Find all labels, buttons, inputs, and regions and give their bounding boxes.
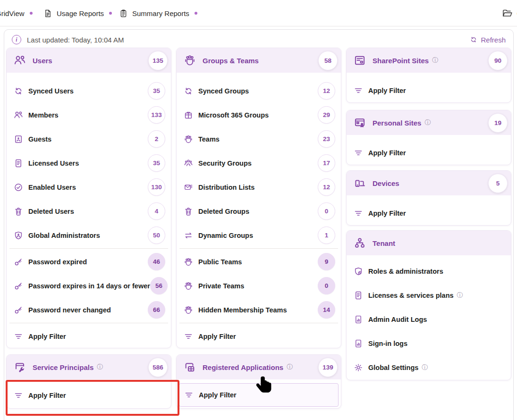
item-members[interactable]: Members 133 <box>7 103 171 127</box>
apply-filter-devices[interactable]: Apply Filter <box>347 201 511 225</box>
box-icon <box>184 110 193 120</box>
filter-icon <box>14 332 23 341</box>
item-label: Deleted Users <box>28 208 74 215</box>
card-header-sharepoint-sites[interactable]: SharePoint Sites ⓘ 90 <box>347 48 511 73</box>
count-badge: 50 <box>148 227 165 244</box>
count-badge: 66 <box>148 301 165 319</box>
count-badge: 4 <box>148 202 165 220</box>
tab-label: GridView <box>0 9 25 17</box>
item-global-administrators[interactable]: Global Administrators 50 <box>7 223 171 247</box>
card-groups-teams: Groups & Teams 58 Synced Groups 12 Micro… <box>176 48 341 348</box>
item-distribution-lists[interactable]: Distribution Lists 12 <box>177 175 341 199</box>
dashboard-container: i Last updated: Today, 10:04 AM Refresh … <box>4 29 514 420</box>
check-circle-icon <box>14 183 23 192</box>
item-licenses-services-plans[interactable]: Licenses & services plans ⓘ <box>347 283 511 307</box>
info-icon[interactable]: ⓘ <box>457 291 463 300</box>
item-teams[interactable]: Teams 23 <box>177 127 341 151</box>
info-icon[interactable]: ⓘ <box>424 118 431 127</box>
filter-icon <box>184 332 193 341</box>
item-global-settings[interactable]: Global Settings ⓘ <box>347 355 511 379</box>
tenant-icon <box>354 237 366 249</box>
sync-icon <box>14 86 23 96</box>
card-devices: Devices 5 Apply Filter <box>346 170 511 226</box>
item-dynamic-groups[interactable]: Dynamic Groups 1 <box>177 223 341 247</box>
count-badge: 9 <box>318 253 335 270</box>
item-roles-administrators[interactable]: Roles & administrators <box>347 259 511 283</box>
filter-icon <box>14 391 23 400</box>
item-security-groups[interactable]: Security Groups 17 <box>177 151 341 175</box>
count-badge: 2 <box>148 130 165 148</box>
item-private-teams[interactable]: Private Teams 0 <box>177 274 341 298</box>
count-badge: 0 <box>318 202 335 220</box>
item-enabled-users[interactable]: Enabled Users 130 <box>7 175 171 199</box>
item-sign-in-logs[interactable]: Sign-in logs <box>347 331 511 355</box>
item-guests[interactable]: Guests 2 <box>7 127 171 151</box>
count-badge: 139 <box>318 358 338 377</box>
card-title: Personal Sites <box>373 119 421 127</box>
tab-overflow[interactable]: C <box>502 0 517 26</box>
doc-chart-icon <box>354 339 363 348</box>
sharepoint-sites-icon <box>354 54 366 67</box>
groups-teams-icon <box>184 54 196 67</box>
item-hidden-membership-teams[interactable]: Hidden Membership Teams 14 <box>177 298 341 322</box>
refresh-label: Refresh <box>481 36 506 44</box>
card-header-personal-sites[interactable]: Personal Sites ⓘ 19 <box>347 110 511 135</box>
card-header-groups-teams[interactable]: Groups & Teams 58 <box>177 48 341 73</box>
item-password-never-changed[interactable]: Password never changed 66 <box>7 298 171 322</box>
item-synced-users[interactable]: Synced Users 35 <box>7 79 171 103</box>
users-icon <box>14 54 26 67</box>
filter-icon <box>354 148 363 158</box>
count-badge: 90 <box>488 51 508 70</box>
info-icon[interactable]: ⓘ <box>97 363 103 371</box>
info-icon[interactable]: ⓘ <box>432 56 438 65</box>
item-password-expired[interactable]: Password expired 46 <box>7 250 171 274</box>
refresh-button[interactable]: Refresh <box>470 36 506 44</box>
key-icon <box>14 305 23 315</box>
apply-filter-groups[interactable]: Apply Filter <box>177 324 341 348</box>
clipboard-icon <box>119 9 128 18</box>
count-badge: 35 <box>148 82 165 100</box>
item-public-teams[interactable]: Public Teams 9 <box>177 250 341 274</box>
card-header-tenant[interactable]: Tenant <box>347 231 511 255</box>
apply-filter-label: Apply Filter <box>368 149 406 157</box>
tab-gridview[interactable]: GridView <box>0 0 33 26</box>
item-label: Distribution Lists <box>198 184 254 191</box>
item-label: Global Settings <box>368 364 418 371</box>
item-synced-groups[interactable]: Synced Groups 12 <box>177 79 341 103</box>
info-icon[interactable]: ⓘ <box>287 363 293 371</box>
card-body: Synced Users 35 Members 133 Guests 2 Lic… <box>7 73 171 348</box>
item-label: Teams <box>198 135 220 143</box>
card-header-devices[interactable]: Devices 5 <box>347 171 511 195</box>
mouse-cursor-icon <box>255 376 273 395</box>
apply-filter-label: Apply Filter <box>28 333 66 340</box>
filter-icon <box>354 209 363 218</box>
sync-icon <box>184 86 193 96</box>
card-header-service-principals[interactable]: Service Principals ⓘ 586 <box>7 355 171 379</box>
count-badge: 12 <box>318 82 335 100</box>
item-deleted-users[interactable]: Deleted Users 4 <box>7 199 171 223</box>
unsaved-dot-icon <box>195 12 197 15</box>
tab-summary-reports[interactable]: Summary Reports <box>119 0 197 26</box>
apply-filter-users[interactable]: Apply Filter <box>7 324 171 348</box>
item-label: Password never changed <box>28 306 111 314</box>
apply-filter-service-principals[interactable]: Apply Filter <box>7 383 171 407</box>
apply-filter-sharepoint[interactable]: Apply Filter <box>347 78 511 102</box>
item-label: Password expired <box>28 258 87 266</box>
count-badge: 5 <box>488 174 508 193</box>
card-header-users[interactable]: Users 135 <box>7 48 171 73</box>
item-label: Licenses & services plans <box>368 292 454 299</box>
info-icon[interactable]: ⓘ <box>422 363 428 372</box>
count-badge: 23 <box>318 130 335 148</box>
item-microsoft-365-groups[interactable]: Microsoft 365 Groups 29 <box>177 103 341 127</box>
apply-filter-personal-sites[interactable]: Apply Filter <box>347 141 511 165</box>
item-licensed-users[interactable]: Licensed Users 35 <box>7 151 171 175</box>
shield-check-icon <box>354 267 363 276</box>
info-icon[interactable]: i <box>12 35 21 44</box>
refresh-icon <box>470 36 477 43</box>
item-deleted-groups[interactable]: Deleted Groups 0 <box>177 199 341 223</box>
item-admin-audit-logs[interactable]: Admin Audit Logs <box>347 307 511 331</box>
tab-usage-reports[interactable]: Usage Reports <box>43 0 112 26</box>
swap-icon <box>184 231 193 240</box>
item-password-expires-soon[interactable]: Password expires in 14 days or fewer 56 <box>7 274 171 298</box>
card-body: Synced Groups 12 Microsoft 365 Groups 29… <box>177 73 341 348</box>
